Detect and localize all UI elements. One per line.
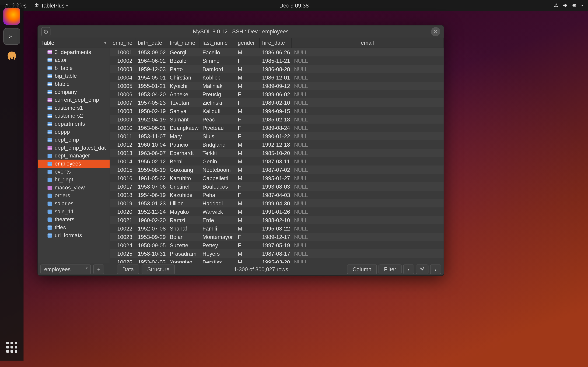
cell-email[interactable]: NULL [292, 48, 444, 56]
cell-first_name[interactable]: Bezalel [167, 57, 200, 65]
cell-emp_no[interactable]: 10004 [110, 73, 135, 82]
cell-emp_no[interactable]: 10021 [110, 216, 135, 224]
window-close[interactable]: ✕ [431, 27, 440, 36]
cell-first_name[interactable]: Lillian [167, 199, 200, 207]
cell-hire_date[interactable]: 1985-10-20 [260, 149, 292, 157]
sidebar-table-sale_11[interactable]: sale_11 [38, 208, 110, 216]
sidebar-table-dept_manager[interactable]: dept_manager [38, 152, 110, 160]
tab-data[interactable]: Data [117, 264, 139, 274]
table-row[interactable]: 100041954-05-01ChirstianKoblickM1986-12-… [110, 73, 444, 82]
cell-email[interactable]: NULL [292, 183, 444, 191]
table-row[interactable]: 100051955-01-21KyoichiMaliniakM1989-09-1… [110, 82, 444, 90]
add-button[interactable]: + [93, 264, 104, 274]
cell-gender[interactable]: M [235, 216, 259, 224]
network-icon[interactable] [553, 3, 559, 8]
cell-emp_no[interactable]: 10013 [110, 149, 135, 157]
cell-hire_date[interactable]: 1986-08-28 [260, 65, 292, 73]
cell-first_name[interactable]: Prasadram [167, 250, 200, 258]
cell-birth_date[interactable]: 1953-09-02 [135, 48, 167, 56]
cell-birth_date[interactable]: 1959-08-19 [135, 166, 167, 174]
cell-gender[interactable]: F [235, 90, 259, 98]
column-header-last_name[interactable]: last_name [200, 38, 235, 48]
cell-first_name[interactable]: Saniya [167, 107, 200, 115]
cell-emp_no[interactable]: 10011 [110, 132, 135, 140]
cell-hire_date[interactable]: 1999-04-30 [260, 199, 292, 207]
cell-last_name[interactable]: Kalloufi [200, 107, 235, 115]
dock-terminal[interactable]: >_ [3, 28, 20, 45]
cell-emp_no[interactable]: 10018 [110, 191, 135, 199]
filter-button[interactable]: Filter [379, 264, 402, 274]
sidebar-table-3_departments[interactable]: 3_departments [38, 48, 110, 56]
cell-birth_date[interactable]: 1952-07-08 [135, 224, 167, 233]
sidebar-table-big_table[interactable]: big_table [38, 72, 110, 80]
tab-structure[interactable]: Structure [142, 264, 175, 274]
table-row[interactable]: 100121960-10-04PatricioBridglandM1992-12… [110, 140, 444, 149]
cell-emp_no[interactable]: 10026 [110, 258, 135, 263]
cell-last_name[interactable]: Bouloucos [200, 183, 235, 191]
table-row[interactable]: 100061953-04-20AnnekePreusigF1989-06-02N… [110, 90, 444, 98]
sidebar-table-url_formats[interactable]: url_formats [38, 231, 110, 239]
cell-emp_no[interactable]: 10015 [110, 166, 135, 174]
cell-birth_date[interactable]: 1953-11-07 [135, 132, 167, 140]
cell-emp_no[interactable]: 10008 [110, 107, 135, 115]
cell-email[interactable]: NULL [292, 250, 444, 258]
cell-hire_date[interactable]: 1986-06-26 [260, 48, 292, 56]
cell-gender[interactable]: F [235, 183, 259, 191]
cell-hire_date[interactable]: 1989-08-24 [260, 124, 292, 132]
cell-last_name[interactable]: Peac [200, 115, 235, 123]
cell-emp_no[interactable]: 10016 [110, 174, 135, 182]
cell-first_name[interactable]: Eberhardt [167, 149, 200, 157]
cell-last_name[interactable]: Simmel [200, 57, 235, 65]
cell-hire_date[interactable]: 1989-12-17 [260, 233, 292, 241]
cell-first_name[interactable]: Duangkaew [167, 124, 200, 132]
table-row[interactable]: 100091952-04-19SumantPeacF1985-02-18NULL [110, 115, 444, 124]
table-row[interactable]: 100171958-07-06CristinelBouloucosF1993-0… [110, 182, 444, 191]
cell-emp_no[interactable]: 10009 [110, 115, 135, 123]
column-header-gender[interactable]: gender [235, 38, 259, 48]
cell-birth_date[interactable]: 1958-10-31 [135, 250, 167, 258]
cell-email[interactable]: NULL [292, 124, 444, 132]
cell-emp_no[interactable]: 10023 [110, 233, 135, 241]
cell-first_name[interactable]: Patricio [167, 141, 200, 149]
column-header-hire_date[interactable]: hire_date [260, 38, 292, 48]
cell-gender[interactable]: F [235, 99, 259, 107]
cell-birth_date[interactable]: 1961-05-02 [135, 174, 167, 182]
table-row[interactable]: 100011953-09-02GeorgiFacelloM1986-06-26N… [110, 48, 444, 57]
cell-gender[interactable]: F [235, 124, 259, 132]
battery-icon[interactable] [572, 3, 577, 8]
table-row[interactable]: 100031959-12-03PartoBamfordM1986-08-28NU… [110, 65, 444, 73]
cell-hire_date[interactable]: 1989-06-02 [260, 90, 292, 98]
table-row[interactable]: 100141956-02-12BerniGeninM1987-03-11NULL [110, 157, 444, 166]
sidebar-table-titles[interactable]: titles [38, 223, 110, 231]
table-row[interactable]: 100021964-06-02BezalelSimmelF1985-11-21N… [110, 57, 444, 65]
sidebar-table-employees[interactable]: employees [38, 159, 110, 167]
cell-email[interactable]: NULL [292, 82, 444, 90]
table-row[interactable]: 100151959-08-19GuoxiangNooteboomM1987-07… [110, 166, 444, 174]
cell-emp_no[interactable]: 10017 [110, 183, 135, 191]
cell-first_name[interactable]: Bojan [167, 233, 200, 241]
cell-emp_no[interactable]: 10012 [110, 141, 135, 149]
cell-last_name[interactable]: Facello [200, 48, 235, 56]
cell-hire_date[interactable]: 1985-02-18 [260, 115, 292, 123]
cell-hire_date[interactable]: 1990-01-22 [260, 132, 292, 140]
cell-email[interactable]: NULL [292, 174, 444, 182]
sidebar-table-departments[interactable]: departments [38, 120, 110, 128]
cell-email[interactable]: NULL [292, 258, 444, 263]
cell-email[interactable]: NULL [292, 149, 444, 157]
cell-gender[interactable]: F [235, 132, 259, 140]
cell-emp_no[interactable]: 10007 [110, 99, 135, 107]
cell-birth_date[interactable]: 1953-01-23 [135, 199, 167, 207]
cell-hire_date[interactable]: 1995-03-20 [260, 258, 292, 263]
cell-birth_date[interactable]: 1953-04-03 [135, 258, 167, 263]
column-header-emp_no[interactable]: emp_no [110, 38, 135, 48]
cell-email[interactable]: NULL [292, 141, 444, 149]
cell-gender[interactable]: M [235, 166, 259, 174]
cell-email[interactable]: NULL [292, 90, 444, 98]
cell-gender[interactable]: F [235, 241, 259, 249]
cell-last_name[interactable]: Bamford [200, 65, 235, 73]
cell-email[interactable]: NULL [292, 216, 444, 224]
settings-button[interactable] [416, 264, 428, 274]
sidebar-table-dept_emp_latest_date[interactable]: dept_emp_latest_date [38, 144, 110, 152]
cell-birth_date[interactable]: 1960-02-20 [135, 216, 167, 224]
cell-last_name[interactable]: Bridgland [200, 141, 235, 149]
